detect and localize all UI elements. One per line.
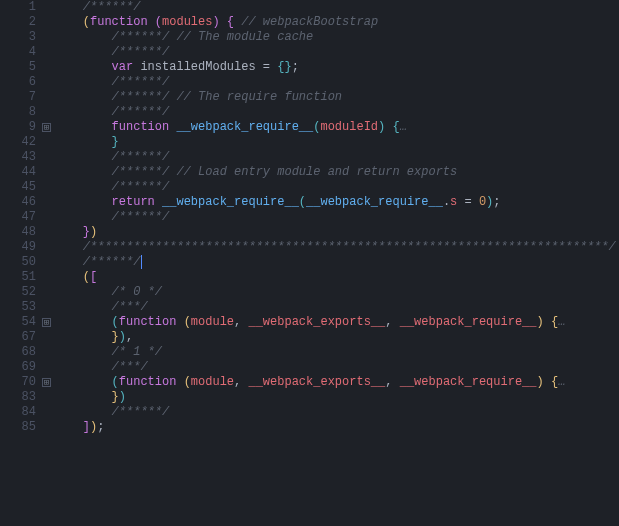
- line-number: 44: [0, 165, 36, 180]
- code-line[interactable]: /******/: [54, 405, 619, 420]
- token: __webpack_exports__: [248, 315, 385, 329]
- token: ,: [234, 315, 248, 329]
- fold-gutter: ⊞⊞⊞: [40, 0, 54, 526]
- code-line[interactable]: /******/: [54, 0, 619, 15]
- token: [54, 270, 83, 284]
- code-line[interactable]: /******/: [54, 75, 619, 90]
- token: /***************************************…: [83, 240, 616, 254]
- token: ;: [97, 420, 104, 434]
- code-line[interactable]: /* 1 */: [54, 345, 619, 360]
- fold-marker[interactable]: ⊞: [40, 375, 54, 390]
- token: ;: [493, 195, 500, 209]
- token: /******/: [83, 255, 141, 269]
- token: [54, 60, 112, 74]
- token: [54, 105, 112, 119]
- fold-expand-icon[interactable]: ⊞: [42, 378, 51, 387]
- token: [54, 90, 112, 104]
- line-number: 43: [0, 150, 36, 165]
- token: ,: [385, 315, 399, 329]
- fold-expand-icon[interactable]: ⊞: [42, 318, 51, 327]
- line-number: 51: [0, 270, 36, 285]
- code-line[interactable]: ]);: [54, 420, 619, 435]
- code-editor[interactable]: 1234567894243444546474849505152535467686…: [0, 0, 619, 526]
- fold-marker[interactable]: ⊞: [40, 120, 54, 135]
- token: // The require function: [176, 90, 342, 104]
- token: ): [537, 315, 544, 329]
- token: /******/: [112, 105, 170, 119]
- line-number: 9: [0, 120, 36, 135]
- token: [54, 0, 83, 14]
- token: [54, 405, 112, 419]
- token: (: [112, 315, 119, 329]
- code-line[interactable]: (function (modules) { // webpackBootstra…: [54, 15, 619, 30]
- token: /***/: [112, 300, 148, 314]
- code-line[interactable]: /***/: [54, 300, 619, 315]
- code-line[interactable]: return __webpack_require__(__webpack_req…: [54, 195, 619, 210]
- token: __webpack_require__: [162, 195, 299, 209]
- token: }: [83, 225, 90, 239]
- fold-marker[interactable]: ⊞: [40, 315, 54, 330]
- line-number: 52: [0, 285, 36, 300]
- token: /***/: [112, 360, 148, 374]
- code-line[interactable]: /******/: [54, 150, 619, 165]
- token: [54, 75, 112, 89]
- line-number: 4: [0, 45, 36, 60]
- token: (: [184, 315, 191, 329]
- code-line[interactable]: }): [54, 390, 619, 405]
- code-line[interactable]: /******/ // Load entry module and return…: [54, 165, 619, 180]
- code-line[interactable]: /******/: [54, 180, 619, 195]
- token: module: [191, 315, 234, 329]
- token: [54, 120, 112, 134]
- code-line[interactable]: /******/: [54, 45, 619, 60]
- code-line[interactable]: /******/ // The require function: [54, 90, 619, 105]
- token: (: [112, 375, 119, 389]
- code-line[interactable]: /***************************************…: [54, 240, 619, 255]
- token: [54, 315, 112, 329]
- token: module: [191, 375, 234, 389]
- token: [54, 225, 83, 239]
- line-number: 46: [0, 195, 36, 210]
- fold-marker: [40, 300, 54, 315]
- token: [54, 180, 112, 194]
- code-line[interactable]: /******/ // The module cache: [54, 30, 619, 45]
- line-number: 70: [0, 375, 36, 390]
- token: ): [90, 225, 97, 239]
- code-line[interactable]: (function (module, __webpack_exports__, …: [54, 315, 619, 330]
- fold-marker: [40, 210, 54, 225]
- line-number: 49: [0, 240, 36, 255]
- token: (: [184, 375, 191, 389]
- token: /******/: [112, 150, 170, 164]
- code-line[interactable]: }: [54, 135, 619, 150]
- token: ): [212, 15, 219, 29]
- code-line[interactable]: ([: [54, 270, 619, 285]
- code-line[interactable]: var installedModules = {};: [54, 60, 619, 75]
- code-line[interactable]: /* 0 */: [54, 285, 619, 300]
- line-number: 2: [0, 15, 36, 30]
- token: {: [392, 120, 399, 134]
- token: [54, 15, 83, 29]
- token: ;: [292, 60, 299, 74]
- line-number: 69: [0, 360, 36, 375]
- code-line[interactable]: (function (module, __webpack_exports__, …: [54, 375, 619, 390]
- code-line[interactable]: /******/: [54, 255, 619, 270]
- fold-marker: [40, 30, 54, 45]
- code-line[interactable]: /******/: [54, 210, 619, 225]
- token: var: [112, 60, 141, 74]
- token: [54, 135, 112, 149]
- code-line[interactable]: }),: [54, 330, 619, 345]
- fold-marker: [40, 225, 54, 240]
- code-line[interactable]: /******/: [54, 105, 619, 120]
- code-line[interactable]: /***/: [54, 360, 619, 375]
- token: =: [256, 60, 278, 74]
- fold-marker: [40, 330, 54, 345]
- fold-expand-icon[interactable]: ⊞: [42, 123, 51, 132]
- code-line[interactable]: }): [54, 225, 619, 240]
- token: /******/: [83, 0, 141, 14]
- token: /******/: [112, 165, 170, 179]
- fold-marker: [40, 360, 54, 375]
- code-area[interactable]: /******/ (function (modules) { // webpac…: [54, 0, 619, 526]
- line-number: 3: [0, 30, 36, 45]
- code-line[interactable]: function __webpack_require__(moduleId) {…: [54, 120, 619, 135]
- fold-marker: [40, 345, 54, 360]
- token: [54, 195, 112, 209]
